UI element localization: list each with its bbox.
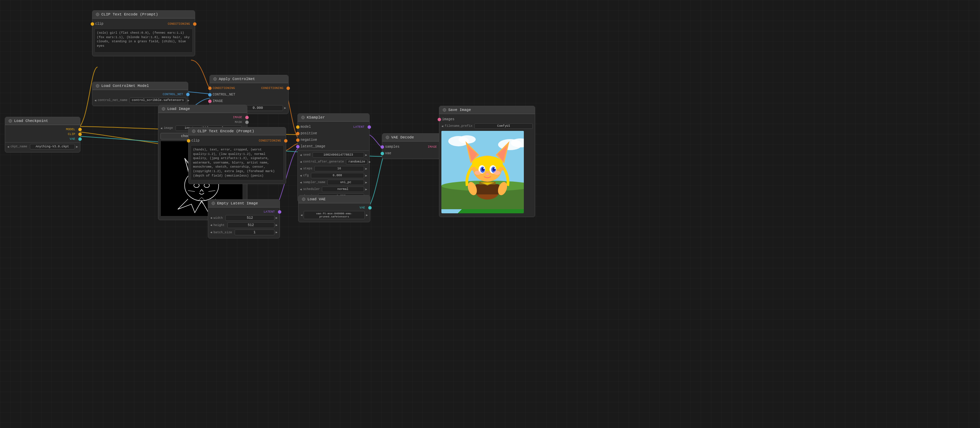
steps-value[interactable]: 16 <box>314 166 364 172</box>
positive-input-port: positive <box>298 130 369 137</box>
svg-point-27 <box>474 171 481 175</box>
sampler-name-field[interactable]: ◀ sampler_name uni_pc ▶ <box>298 179 369 186</box>
svg-point-26 <box>494 168 496 169</box>
image-in-label: IMAGE <box>210 99 226 104</box>
height-value[interactable]: 512 <box>228 222 274 228</box>
image-file-label: image <box>164 126 173 130</box>
clip-neg-label: clip <box>189 138 202 143</box>
images-in-label: images <box>439 117 457 122</box>
svg-point-18 <box>472 156 503 171</box>
cfg-value[interactable]: 6.000 <box>311 173 364 178</box>
sampler-value[interactable]: uni_pc <box>327 180 364 185</box>
cond-neg-output-label: CONDITIONING <box>259 139 286 143</box>
latent-out-label: LATENT <box>353 126 369 129</box>
steps-arrow-right: ▶ <box>366 167 367 171</box>
steps-label: steps <box>303 167 312 170</box>
empty-latent-body: LATENT ◀ width 512 ▶ ◀ height 512 ▶ ◀ ba… <box>208 207 280 238</box>
width-value[interactable]: 512 <box>225 215 274 221</box>
sampler-arrow-right: ▶ <box>366 181 367 185</box>
control-after-field[interactable]: ◀ control_after_generate randomize ▶ <box>298 158 369 165</box>
controlnet-name-field[interactable]: ◀ control_net_name control_scribble.safe… <box>92 97 188 104</box>
load-checkpoint-node: Load Checkpoint MODEL CLIP VAE ◀ ckpt_na… <box>5 117 80 153</box>
batch-size-field[interactable]: ◀ batch_size 1 ▶ <box>208 229 280 236</box>
node-status-dot <box>96 13 99 16</box>
height-field[interactable]: ◀ height 512 ▶ <box>208 221 280 229</box>
load-controlnet-title: Load ControlNet Model <box>101 84 149 88</box>
node-status-dot <box>96 84 99 88</box>
sampler-label: sampler_name <box>303 181 325 184</box>
width-field[interactable]: ◀ width 512 ▶ <box>208 214 280 221</box>
cfg-arrow-right: ▶ <box>366 174 367 178</box>
image-in-dot <box>208 100 212 103</box>
save-image-body: images ◀ filename_prefix ComfyUI <box>439 114 535 217</box>
vae-name-field[interactable]: ◀ vae-ft-mse-840000-ema-pruned.safetenso… <box>299 210 370 220</box>
seed-value[interactable]: 1002496614778823 <box>313 152 364 158</box>
fn-prefix-label: filename_prefix <box>444 124 473 128</box>
conditioning-input-port: CONDITIONING CONDITIONING <box>210 85 288 91</box>
seed-field[interactable]: ◀ seed 1002496614778823 ▶ <box>298 151 369 158</box>
separator <box>298 150 369 151</box>
conditioning-out-dot <box>286 87 290 90</box>
height-label: height <box>213 224 224 227</box>
positive-prompt-text[interactable]: (solo) girl (flat chest:0.9), (fennec ea… <box>94 29 193 53</box>
fn-prefix-value[interactable]: ComfyUI <box>474 123 533 129</box>
controlnet-in-label: CONTROL_NET <box>210 92 238 97</box>
width-arrow-left: ◀ <box>210 216 212 220</box>
empty-latent-node: Empty Latent Image LATENT ◀ width 512 ▶ … <box>208 199 280 239</box>
positive-in-label: positive <box>298 131 320 136</box>
load-controlnet-header: Load ControlNet Model <box>92 82 188 90</box>
controlnet-name-label: control_net_name <box>97 99 127 102</box>
controlnet-arrow-right: ▶ <box>188 99 189 102</box>
cag-value[interactable]: randomize <box>346 159 368 164</box>
scheduler-field[interactable]: ◀ scheduler normal ▶ <box>298 186 369 193</box>
ckpt-name-field[interactable]: ◀ ckpt_name Anything-V3.0.ckpt ▶ <box>5 143 80 150</box>
batch-value[interactable]: 1 <box>235 229 274 235</box>
steps-field[interactable]: ◀ steps 16 ▶ <box>298 165 369 172</box>
save-image-title: Save Image <box>448 108 471 112</box>
vae-name-value[interactable]: vae-ft-mse-840000-ema-pruned.safetensors <box>304 211 364 219</box>
width-label: width <box>213 216 223 220</box>
clip-input-port: clip CONDITIONING <box>92 21 195 27</box>
empty-latent-title: Empty Latent Image <box>217 201 258 205</box>
clip-text-negative-body: clip CONDITIONING (hands), text, error, … <box>189 135 286 184</box>
clip-input-label: clip <box>92 21 106 27</box>
ckpt-arrow-left: ◀ <box>7 145 9 149</box>
controlnet-name-value[interactable]: control_scribble.safetensors <box>129 97 186 103</box>
vae-decode-body: samples IMAGE vae <box>382 142 442 159</box>
vae-load-output-dot <box>368 206 372 210</box>
mask-output-port: MASK <box>158 120 247 125</box>
ckpt-arrow-right: ▶ <box>76 145 78 149</box>
cfg-field[interactable]: ◀ cfg 6.000 ▶ <box>298 172 369 179</box>
vae-decode-header: VAE Decode <box>382 134 442 142</box>
clip-input-dot <box>91 22 94 26</box>
svg-point-28 <box>493 171 501 175</box>
ksampler-body: model LATENT positive negative latent_im… <box>298 122 369 202</box>
negative-prompt-text[interactable]: (hands), text, error, cropped, (worst qu… <box>191 145 284 180</box>
images-input-port: images <box>439 116 535 123</box>
load-vae-node: Load VAE VAE ◀ vae-ft-mse-840000-ema-pru… <box>298 195 370 222</box>
output-image-preview <box>441 131 524 213</box>
filename-prefix-field[interactable]: ◀ filename_prefix ComfyUI <box>439 123 535 129</box>
sched-arrow-left: ◀ <box>300 188 302 191</box>
node-status-dot <box>212 202 215 205</box>
vae-output-loadport: VAE <box>299 205 370 210</box>
model-output-label: MODEL <box>66 128 80 131</box>
conditioning-label: CONDITIONING <box>210 86 238 91</box>
clip-text-encode-negative-node: CLIP Text Encode (Prompt) clip CONDITION… <box>188 127 286 184</box>
controlnet-output-dot <box>186 93 189 96</box>
negative-in-label: negative <box>298 137 320 143</box>
load-checkpoint-header: Load Checkpoint <box>5 117 80 125</box>
ksampler-header: KSampler <box>298 114 369 122</box>
separator <box>5 142 80 143</box>
load-checkpoint-body: MODEL CLIP VAE ◀ ckpt_name Anything-V3.0… <box>5 125 80 152</box>
cfg-label: cfg <box>303 174 309 177</box>
clip-neg-input-dot <box>187 139 190 143</box>
cfg-arrow-left: ◀ <box>300 174 302 178</box>
vae-decode-input-dot <box>380 152 384 155</box>
sched-value[interactable]: normal <box>322 186 364 192</box>
latent-out-dot <box>368 126 371 129</box>
steps-arrow-left: ◀ <box>300 167 302 171</box>
svg-point-25 <box>483 168 485 169</box>
ckpt-value[interactable]: Anything-V3.0.ckpt <box>30 144 75 150</box>
width-arrow-right: ▶ <box>276 216 278 220</box>
